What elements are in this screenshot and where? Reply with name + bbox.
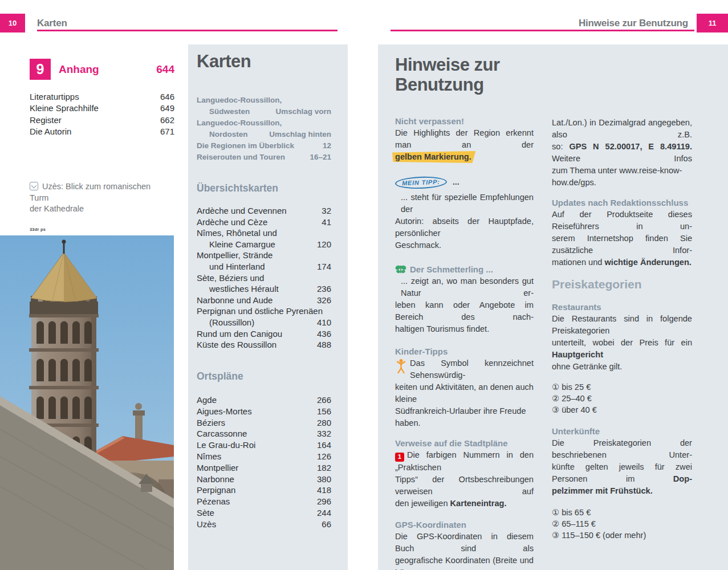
usage-column-left: Nicht verpassen! Die Highlights der Regi… — [395, 116, 534, 570]
running-head-left: Karten — [37, 18, 67, 29]
toc-row: Kleine Sprachhilfe649 — [30, 103, 174, 114]
body-text-bold: Hauptgericht — [552, 350, 603, 359]
map-label: Rund um den Canigou — [197, 328, 282, 340]
yellow-highlight: gelben Markierung. — [395, 152, 471, 161]
map-row: Ardèche und Cèze41 — [197, 217, 331, 228]
toc-page: 646 — [160, 91, 174, 103]
map-label: Die Regionen im Überblick — [197, 140, 294, 152]
body-line: ohne Getränke gilt. — [552, 361, 692, 373]
map-row: Sète, Béziers und — [197, 272, 331, 284]
map-row: Aigues-Mortes156 — [197, 406, 331, 417]
map-label: Narbonne — [197, 474, 234, 485]
photo-caption: Uzès: Blick zum romanischen Turm der Kat… — [30, 181, 164, 215]
map-row: und Hinterland174 — [197, 261, 331, 272]
body-line: Das Symbol kennzeichnet Sehenswürdig- — [395, 357, 534, 381]
body-text: Weitere Infos — [552, 154, 692, 163]
map-row: westliches Hérault236 — [197, 283, 331, 295]
chapter-anhang-row: 9 Anhang 644 — [30, 59, 174, 80]
map-label: Carcassonne — [197, 428, 247, 439]
map-page: 436 — [317, 328, 331, 340]
body-line: Südfrankreich-Urlauber ihre Freude haben… — [395, 405, 534, 429]
my-tip-row: Mein Tipp: ... — [395, 177, 534, 192]
toc-row: Die Autorin671 — [30, 126, 174, 137]
map-row: Narbonne380 — [197, 474, 331, 485]
map-label: Sète — [197, 507, 214, 519]
map-label: Montpellier — [197, 462, 238, 474]
map-page: 326 — [317, 295, 331, 306]
accommodation-price-list: ① bis 65 € ② 65–115 € ③ 115–150 € (oder … — [552, 507, 692, 541]
map-page: 12 — [323, 140, 331, 152]
price-row: ① bis 25 € — [552, 381, 692, 393]
body-line: unterteilt, wobei der Preis für ein Haup… — [552, 337, 692, 361]
body-text-bold: pelzimmer mit Frühstück. — [552, 486, 653, 495]
map-row: Kleine Camargue120 — [197, 239, 331, 250]
toc-page: 649 — [160, 103, 174, 114]
body-line: serem Internetshop finden Sie zusätzlich… — [552, 233, 692, 256]
map-label: Nordosten — [209, 129, 248, 140]
map-page: 410 — [317, 317, 331, 328]
map-references-heading: Verweise auf die Stadtpläne — [395, 438, 534, 449]
dont-miss-heading: Nicht verpassen! — [395, 116, 534, 127]
price-row: ③ 115–150 € (oder mehr) — [552, 530, 692, 541]
toc-label: Die Autorin — [30, 126, 71, 137]
map-row: Carcassonne332 — [197, 428, 331, 439]
body-line: ... zeigt an, wo man besonders gut Natur… — [395, 275, 534, 299]
map-label: Perpignan und östliche Pyrenäen — [197, 306, 323, 317]
butterfly-heading-text: Der Schmetterling ... — [410, 264, 493, 274]
toc-row: Literaturtipps646 — [30, 91, 174, 103]
body-line: leben kann oder Angebote im Bereich des … — [395, 299, 534, 323]
map-row: Montpellier, Strände — [197, 250, 331, 261]
map-row: Sète244 — [197, 507, 331, 519]
map-page: 488 — [317, 339, 331, 351]
map-row: Reiserouten und Touren16–21 — [197, 152, 331, 163]
maps-title: Karten — [197, 51, 251, 72]
butterfly-icon — [395, 264, 406, 274]
map-page: 156 — [317, 406, 331, 417]
header-rule-right — [391, 30, 694, 31]
map-label: Le Grau-du-Roi — [197, 439, 255, 451]
map-row: Perpignan418 — [197, 484, 331, 496]
map-page: 126 — [317, 451, 331, 462]
price-row: ② 65–115 € — [552, 518, 692, 530]
page-number-left: 10 — [0, 14, 25, 32]
map-row: SüdwestenUmschlag vorn — [197, 106, 331, 117]
body-line: mationen und wichtige Änderungen. — [552, 256, 692, 268]
map-row: (Roussillon)410 — [197, 317, 331, 328]
body-line: Die Restaurants sind in folgende Preiska… — [552, 313, 692, 337]
map-row: Montpellier182 — [197, 462, 331, 474]
map-label: Béziers — [197, 417, 225, 429]
body-line: so: GPS N 52.00017, E 8.49119. Weitere I… — [552, 141, 692, 165]
price-row: ① bis 65 € — [552, 507, 692, 518]
gps-example-bold: GPS N 52.00017, E 8.49119. — [569, 142, 692, 151]
body-text: künfte gelten jeweils für zwei Personen … — [552, 462, 692, 483]
body-text: Die farbigen Nummern in den „Praktischen — [395, 450, 534, 472]
body-text: unterteilt, wobei der Preis für ein — [552, 338, 692, 347]
body-line: pelzimmer mit Frühstück. — [552, 485, 692, 497]
child-icon — [396, 359, 406, 374]
map-row: Pézenas296 — [197, 496, 331, 507]
body-line: Die GPS-Koordinaten in diesem Buch sind … — [395, 531, 534, 555]
city-plans-heading: Ortspläne — [197, 370, 243, 382]
toc-label: Kleine Sprachhilfe — [30, 103, 99, 114]
butterfly-heading: Der Schmetterling ... — [395, 264, 534, 275]
usage-title-line2: Benutzung — [395, 75, 484, 95]
accommodation-heading: Unterkünfte — [552, 426, 692, 437]
map-page: 418 — [317, 484, 331, 496]
body-line: geografische Koordinaten (Breite und Län… — [395, 555, 534, 570]
price-row: ③ über 40 € — [552, 404, 692, 416]
map-label: Südwesten — [209, 106, 250, 117]
map-page: 266 — [317, 394, 331, 406]
map-row: Le Grau-du-Roi164 — [197, 439, 331, 451]
city-plans-list: Agde266 Aigues-Mortes156 Béziers280 Carc… — [197, 394, 331, 530]
map-page: 32 — [322, 205, 331, 217]
map-label: Aigues-Mortes — [197, 406, 252, 417]
map-label: und Hinterland — [209, 261, 265, 272]
gps-url-line: zum Thema unter www.reise-know-how.de/gp… — [552, 165, 692, 189]
map-label: Sète, Béziers und — [197, 272, 264, 284]
body-line: Tipps“ der Ortsbeschreibungen verweisen … — [395, 474, 534, 498]
body-line: Auf der Produktseite dieses Reiseführers… — [552, 209, 692, 233]
map-label: Pézenas — [197, 496, 230, 507]
usage-column-right: Lat./Lon.) in Dezimalgrad angegeben, als… — [552, 116, 692, 541]
chapter-page: 644 — [156, 63, 174, 76]
map-label: Reiserouten und Touren — [197, 152, 285, 163]
